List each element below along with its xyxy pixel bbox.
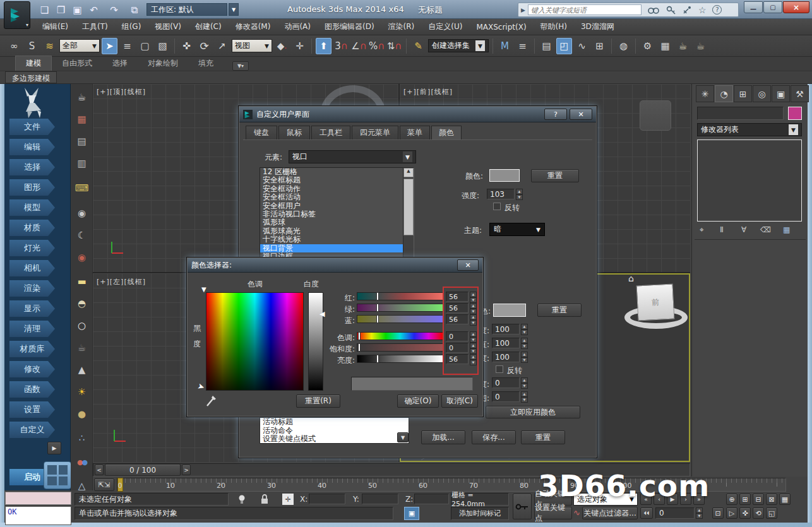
viewport-left-label[interactable]: [+][左][线框] bbox=[97, 277, 146, 287]
viewport-top-label[interactable]: [+][顶][线框] bbox=[97, 87, 146, 97]
close-button[interactable]: × bbox=[783, 1, 809, 13]
cui-tab-menus[interactable]: 菜单 bbox=[400, 126, 430, 140]
rendered-frame-window-icon[interactable]: ▦ bbox=[657, 38, 673, 54]
maxscript-listener-macro-line[interactable] bbox=[5, 492, 71, 505]
zoom-extents-icon[interactable]: ⊞ bbox=[739, 494, 751, 505]
help-icon[interactable]: ? bbox=[712, 5, 722, 15]
cui-close-button[interactable]: ✕ bbox=[570, 109, 592, 120]
spinner-down-icon[interactable]: ▼ bbox=[470, 348, 477, 354]
ribbon-tab-modeling[interactable]: 建模 bbox=[15, 56, 52, 71]
sidebar-item-shape[interactable]: 图形 bbox=[9, 179, 55, 196]
z-coordinate-field[interactable] bbox=[414, 494, 449, 504]
blue-spinner[interactable]: ▲▼ bbox=[470, 314, 477, 324]
list-item[interactable]: 非活动视口标签 bbox=[263, 210, 411, 218]
scheme-value-field[interactable]: 0 bbox=[492, 377, 520, 388]
tab-modify[interactable]: ◔ bbox=[715, 85, 733, 102]
maxscript-listener-result-line[interactable]: OK bbox=[5, 506, 71, 525]
sidebar-item-render[interactable]: 渲染 bbox=[9, 280, 55, 297]
maximize-viewport-toggle-icon[interactable]: ◱ bbox=[766, 507, 777, 519]
spinner-up-icon[interactable]: ▲ bbox=[470, 354, 477, 360]
unlink-selection-icon[interactable]: S bbox=[24, 38, 40, 54]
percent-snap-icon[interactable]: %∩ bbox=[369, 38, 385, 54]
spinner-down-icon[interactable]: ▼ bbox=[470, 309, 477, 314]
ribbon-minimize-dropdown-icon[interactable]: ▼▾ bbox=[232, 61, 249, 71]
object-name-field[interactable] bbox=[697, 107, 784, 120]
color-reset-button[interactable]: 重置 bbox=[531, 169, 579, 182]
spinner-down-icon[interactable]: ▼ bbox=[470, 360, 477, 365]
key-filters-button[interactable]: 关键点过滤器... bbox=[582, 507, 638, 519]
sidebar-item-model[interactable]: 模型 bbox=[9, 199, 55, 216]
set-key-button[interactable]: 设置关键点 bbox=[534, 507, 572, 519]
spinner-down-icon[interactable]: ▼ bbox=[521, 329, 528, 335]
array-dots-icon[interactable]: ∴ bbox=[73, 430, 90, 446]
menu-customize[interactable]: 自定义(U) bbox=[421, 21, 469, 32]
scheme-spinner[interactable]: ▲▼ bbox=[521, 338, 528, 348]
sunlight-icon[interactable]: ☀ bbox=[73, 384, 90, 400]
element-color-swatch[interactable] bbox=[489, 169, 520, 182]
absolute-relative-coords-icon[interactable]: ✛ bbox=[282, 494, 294, 505]
layer-manager-icon[interactable]: ▤ bbox=[539, 38, 554, 54]
scrollbar-thumb[interactable] bbox=[403, 179, 414, 235]
scheme-spinner[interactable]: ▲▼ bbox=[521, 324, 528, 335]
sidebar-item-settings[interactable]: 设置 bbox=[9, 401, 55, 418]
orbit-view-icon[interactable]: ⟲ bbox=[753, 507, 764, 519]
play-animation-icon[interactable]: ▷ bbox=[726, 507, 737, 519]
field-of-view-icon[interactable]: ⊠ bbox=[766, 494, 777, 505]
light-lister-icon[interactable]: ⌨ bbox=[73, 180, 90, 196]
menu-animation[interactable]: 动画(A) bbox=[277, 21, 318, 32]
pyramid-axis-icon[interactable]: △ bbox=[73, 478, 90, 494]
spinner-down-icon[interactable]: ▼ bbox=[470, 337, 477, 343]
save-file-icon[interactable]: ▣ bbox=[69, 2, 85, 18]
slider-handle[interactable] bbox=[358, 343, 361, 352]
ribbon-tab-populate[interactable]: 填充 bbox=[188, 56, 224, 71]
spinner-snap-icon[interactable]: ⇅∩ bbox=[386, 38, 402, 54]
molecule-icon[interactable]: ●● bbox=[73, 454, 90, 470]
zoom-extents-all-icon[interactable]: ⊟ bbox=[753, 494, 764, 505]
color-selector-close-button[interactable]: ✕ bbox=[457, 259, 479, 271]
list-item[interactable]: 安全框标题 bbox=[263, 176, 411, 184]
load-button[interactable]: 加载... bbox=[421, 430, 465, 444]
x-coordinate-field[interactable] bbox=[309, 494, 345, 504]
selection-lock-bulb-icon[interactable] bbox=[236, 494, 248, 505]
list-item[interactable]: 活动标题 bbox=[263, 418, 406, 427]
menu-help[interactable]: 帮助(H) bbox=[534, 21, 574, 32]
tab-utilities[interactable]: ⚒ bbox=[791, 85, 809, 102]
viewcube-home-icon[interactable]: ⌂ bbox=[628, 273, 634, 283]
list-item[interactable]: 12 区栅格 bbox=[263, 168, 411, 176]
spinner-up-icon[interactable]: ▲ bbox=[470, 343, 477, 348]
search-binoculars-icon[interactable] bbox=[647, 5, 660, 15]
cui-help-button[interactable]: ? bbox=[544, 109, 567, 120]
named-selection-sets-dropdown[interactable]: 创建选择集▼ bbox=[428, 39, 489, 52]
element-dropdown[interactable]: 视口▼ bbox=[289, 150, 416, 163]
new-scene-icon[interactable]: ❏ bbox=[37, 2, 52, 18]
current-frame-field[interactable]: 0 bbox=[655, 507, 695, 519]
app-menu-button[interactable]: ▾ bbox=[4, 1, 30, 29]
add-time-tag-box[interactable]: 添加时间标记 bbox=[451, 507, 509, 520]
next-frame-button[interactable]: > bbox=[182, 465, 191, 475]
spinner-down-icon[interactable]: ▼ bbox=[470, 297, 477, 303]
scheme-spinner[interactable]: ▲▼ bbox=[521, 377, 528, 388]
tab-hierarchy[interactable]: ⊞ bbox=[734, 85, 752, 102]
select-and-scale-icon[interactable]: ↗ bbox=[214, 38, 230, 54]
schematic-view-icon[interactable]: ⊞ bbox=[592, 38, 607, 54]
zoom-all-icon[interactable]: ▦ bbox=[779, 494, 791, 505]
save-button[interactable]: 保存... bbox=[472, 430, 516, 444]
hue-blackness-gradient-box[interactable] bbox=[206, 292, 304, 391]
zoom-region-icon[interactable]: ⊕ bbox=[726, 494, 737, 505]
cui-tab-keyboard[interactable]: 键盘 bbox=[246, 126, 277, 140]
viewcube-active[interactable]: 前 bbox=[636, 284, 675, 321]
blue-slider[interactable] bbox=[357, 315, 443, 323]
modifier-stack-list[interactable] bbox=[697, 139, 802, 222]
scrollbar-up-icon[interactable]: ▲ bbox=[403, 168, 414, 177]
luminance-spinner[interactable]: ▲▼ bbox=[470, 354, 477, 364]
activity-dropdown-arrow-icon[interactable]: ▼ bbox=[397, 432, 409, 442]
object-color-swatch[interactable] bbox=[788, 107, 802, 120]
spinner-down-icon[interactable]: ▼ bbox=[521, 343, 528, 349]
undo-icon[interactable]: ↶ bbox=[86, 2, 102, 18]
spinner-up-icon[interactable]: ▲ bbox=[470, 292, 477, 297]
spinner-up-icon[interactable]: ▲ bbox=[521, 352, 528, 357]
snaps-toggle-3d-icon[interactable]: 3∩ bbox=[333, 38, 349, 54]
list-item[interactable]: 安全框动作 bbox=[263, 185, 411, 193]
selection-filter-dropdown[interactable]: 全部▼ bbox=[59, 39, 100, 52]
slider-handle[interactable] bbox=[358, 332, 361, 340]
